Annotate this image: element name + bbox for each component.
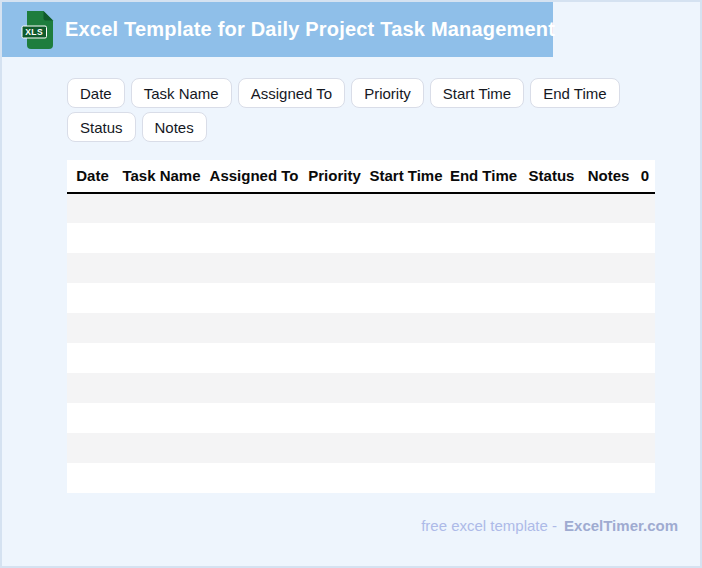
footer-text: free excel template -	[421, 517, 557, 534]
table-cell	[67, 343, 118, 373]
xls-icon-label: XLS	[25, 27, 43, 37]
table-cell	[521, 253, 582, 283]
table-cell	[118, 253, 205, 283]
table-cell	[582, 343, 635, 373]
table-row	[67, 463, 655, 493]
table-cell	[521, 463, 582, 493]
table-cell	[205, 343, 303, 373]
table-cell	[303, 223, 366, 253]
table-cell	[582, 373, 635, 403]
table-row	[67, 223, 655, 253]
table-cell	[118, 403, 205, 433]
table-row	[67, 373, 655, 403]
table-cell	[446, 223, 521, 253]
table-cell	[635, 373, 655, 403]
chip-task-name[interactable]: Task Name	[131, 78, 232, 108]
table-cell	[635, 193, 655, 223]
header-bar: XLS Excel Template for Daily Project Tas…	[2, 2, 553, 57]
table-cell	[303, 463, 366, 493]
table-cell	[446, 313, 521, 343]
table-cell	[118, 463, 205, 493]
table-cell	[303, 373, 366, 403]
brand-link[interactable]: ExcelTimer.com	[564, 517, 678, 534]
table-cell	[67, 373, 118, 403]
column-header-task-name: Task Name	[118, 160, 205, 193]
column-header-end-time: End Time	[446, 160, 521, 193]
table-cell	[446, 403, 521, 433]
task-table-grid: DateTask NameAssigned ToPriorityStart Ti…	[67, 160, 655, 493]
table-cell	[205, 463, 303, 493]
table-cell	[635, 253, 655, 283]
table-row	[67, 343, 655, 373]
table-cell	[67, 283, 118, 313]
table-row	[67, 193, 655, 223]
table-cell	[303, 433, 366, 463]
chip-notes[interactable]: Notes	[142, 112, 207, 142]
footer: free excel template -ExcelTimer.com	[2, 517, 678, 534]
table-cell	[582, 463, 635, 493]
column-header-date: Date	[67, 160, 118, 193]
table-cell	[366, 313, 446, 343]
table-cell	[366, 463, 446, 493]
table-cell	[446, 193, 521, 223]
chip-status[interactable]: Status	[67, 112, 136, 142]
table-cell	[67, 313, 118, 343]
table-cell	[521, 313, 582, 343]
table-cell	[446, 343, 521, 373]
table-row	[67, 403, 655, 433]
table-cell	[118, 373, 205, 403]
table-cell	[303, 253, 366, 283]
table-cell	[366, 223, 446, 253]
column-header-start-time: Start Time	[366, 160, 446, 193]
chip-date[interactable]: Date	[67, 78, 125, 108]
table-cell	[366, 343, 446, 373]
chip-priority[interactable]: Priority	[351, 78, 424, 108]
table-cell	[582, 253, 635, 283]
table-cell	[205, 373, 303, 403]
table-cell	[582, 283, 635, 313]
table-cell	[118, 433, 205, 463]
table-cell	[521, 223, 582, 253]
table-cell	[366, 283, 446, 313]
table-cell	[303, 283, 366, 313]
table-cell	[303, 343, 366, 373]
table-cell	[67, 253, 118, 283]
table-cell	[521, 193, 582, 223]
column-header-assigned-to: Assigned To	[205, 160, 303, 193]
table-cell	[303, 403, 366, 433]
table-cell	[521, 433, 582, 463]
table-cell	[635, 463, 655, 493]
table-cell	[118, 283, 205, 313]
table-cell	[521, 373, 582, 403]
table-cell	[118, 313, 205, 343]
column-header-priority: Priority	[303, 160, 366, 193]
table-cell	[366, 373, 446, 403]
table-cell	[582, 193, 635, 223]
table-cell	[582, 403, 635, 433]
table-cell	[118, 223, 205, 253]
task-table: DateTask NameAssigned ToPriorityStart Ti…	[67, 160, 655, 493]
chip-assigned-to[interactable]: Assigned To	[238, 78, 345, 108]
table-cell	[582, 433, 635, 463]
table-row	[67, 253, 655, 283]
column-header-status: Status	[521, 160, 582, 193]
chip-start-time[interactable]: Start Time	[430, 78, 524, 108]
column-header-notes: Notes	[582, 160, 635, 193]
table-cell	[582, 223, 635, 253]
table-cell	[521, 283, 582, 313]
table-cell	[118, 343, 205, 373]
xls-file-icon: XLS	[20, 10, 56, 50]
page: XLS Excel Template for Daily Project Tas…	[0, 0, 702, 568]
table-cell	[118, 193, 205, 223]
table-cell	[205, 433, 303, 463]
table-header-row: DateTask NameAssigned ToPriorityStart Ti…	[67, 160, 655, 193]
table-cell	[582, 313, 635, 343]
table-cell	[446, 283, 521, 313]
column-header-0: 0	[635, 160, 655, 193]
chip-end-time[interactable]: End Time	[530, 78, 619, 108]
table-cell	[446, 463, 521, 493]
table-cell	[635, 433, 655, 463]
table-cell	[303, 193, 366, 223]
table-cell	[366, 253, 446, 283]
table-cell	[635, 223, 655, 253]
